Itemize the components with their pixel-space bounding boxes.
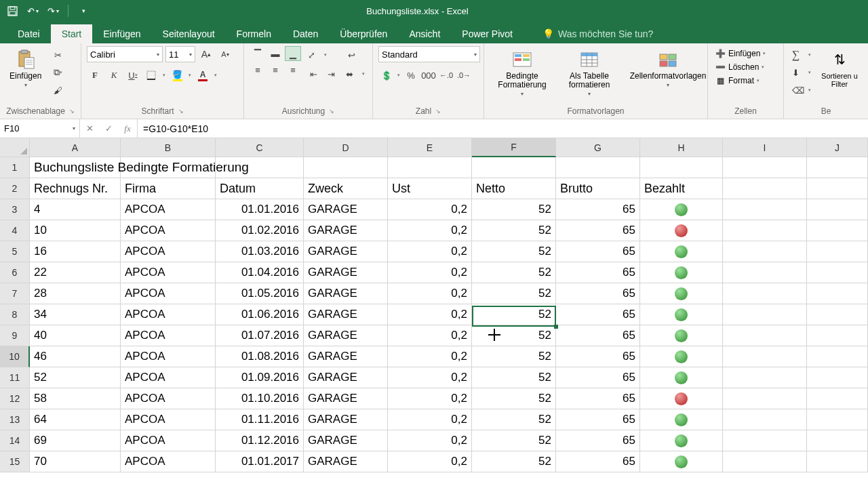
cell[interactable]: [807, 409, 868, 430]
column-header[interactable]: A: [30, 138, 121, 157]
percent-format-icon[interactable]: %: [403, 68, 419, 83]
fill-icon[interactable]: ⬇▾: [789, 65, 812, 80]
cell[interactable]: 65: [556, 262, 640, 283]
cell[interactable]: [556, 157, 640, 178]
cell[interactable]: [723, 157, 807, 178]
cell[interactable]: [807, 325, 868, 346]
cell[interactable]: 0,2: [388, 325, 472, 346]
cell[interactable]: APCOA: [121, 220, 216, 241]
cancel-formula-icon[interactable]: ✕: [80, 123, 99, 134]
cut-icon[interactable]: ✂: [50, 47, 66, 62]
cell[interactable]: [640, 367, 723, 388]
cell[interactable]: Netto: [472, 178, 556, 199]
cell[interactable]: [640, 262, 723, 283]
clear-icon[interactable]: ⌫▾: [789, 83, 812, 98]
cell[interactable]: GARAGE: [304, 325, 388, 346]
tab-view[interactable]: Ansicht: [398, 24, 451, 43]
cell[interactable]: GARAGE: [304, 346, 388, 367]
cell[interactable]: [723, 451, 807, 472]
cell[interactable]: 52: [472, 325, 556, 346]
cell[interactable]: Datum: [216, 178, 304, 199]
cell[interactable]: 52: [472, 241, 556, 262]
cell[interactable]: APCOA: [121, 367, 216, 388]
cell[interactable]: 52: [472, 409, 556, 430]
cell[interactable]: [723, 262, 807, 283]
copy-icon[interactable]: ⧉▾: [50, 65, 66, 80]
align-bottom-icon[interactable]: ▁: [285, 46, 301, 61]
row-header[interactable]: 12: [0, 388, 30, 409]
dialog-launcher-icon[interactable]: ↘: [329, 108, 334, 115]
row-header[interactable]: 14: [0, 430, 30, 451]
dialog-launcher-icon[interactable]: ↘: [69, 108, 75, 115]
row-header[interactable]: 8: [0, 304, 30, 325]
cell[interactable]: Buchungsliste Bedingte Formatierung: [30, 157, 121, 178]
cell[interactable]: 01.10.2016: [216, 388, 304, 409]
decrease-decimal-icon[interactable]: .0→: [456, 68, 472, 83]
cell[interactable]: [807, 262, 868, 283]
cell[interactable]: APCOA: [121, 346, 216, 367]
cell[interactable]: 65: [556, 346, 640, 367]
tell-me-search[interactable]: 💡 Was möchten Sie tun?: [536, 24, 660, 43]
increase-indent-icon[interactable]: ⇥: [323, 66, 339, 81]
cell[interactable]: APCOA: [121, 241, 216, 262]
row-header[interactable]: 13: [0, 409, 30, 430]
merge-center-icon[interactable]: ⬌▾: [343, 66, 366, 81]
cell[interactable]: Rechnugs Nr.: [30, 178, 121, 199]
cell[interactable]: [807, 199, 868, 220]
cell[interactable]: 0,2: [388, 241, 472, 262]
tab-page-layout[interactable]: Seitenlayout: [152, 24, 226, 43]
cell[interactable]: [723, 430, 807, 451]
row-header[interactable]: 7: [0, 283, 30, 304]
cell[interactable]: 65: [556, 430, 640, 451]
dialog-launcher-icon[interactable]: ↘: [435, 108, 441, 115]
font-family-select[interactable]: Calibri▾: [87, 46, 163, 62]
tab-file[interactable]: Datei: [7, 24, 51, 43]
formula-input[interactable]: =G10-G10*E10: [138, 119, 868, 138]
align-left-icon[interactable]: ≡: [250, 62, 266, 77]
cell[interactable]: Ust: [388, 178, 472, 199]
cell[interactable]: GARAGE: [304, 283, 388, 304]
column-header[interactable]: I: [723, 138, 807, 157]
row-header[interactable]: 15: [0, 451, 30, 472]
cell[interactable]: 64: [30, 409, 121, 430]
cell[interactable]: [723, 367, 807, 388]
row-header[interactable]: 10: [0, 346, 30, 367]
redo-icon[interactable]: ↷▾: [47, 5, 58, 16]
cell[interactable]: GARAGE: [304, 241, 388, 262]
cell[interactable]: 01.01.2016: [216, 199, 304, 220]
cell[interactable]: [723, 388, 807, 409]
cell[interactable]: GARAGE: [304, 451, 388, 472]
fx-icon[interactable]: fx: [118, 123, 137, 134]
tab-data[interactable]: Daten: [282, 24, 329, 43]
cell[interactable]: 0,2: [388, 367, 472, 388]
format-as-table-button[interactable]: Als Tabelle formatieren ▾: [559, 46, 620, 100]
cell[interactable]: [807, 346, 868, 367]
spreadsheet-grid[interactable]: ABCDEFGHIJ 1Buchungsliste Bedingte Forma…: [0, 138, 868, 472]
save-icon[interactable]: [7, 5, 18, 16]
cell[interactable]: GARAGE: [304, 367, 388, 388]
cell[interactable]: 52: [472, 304, 556, 325]
orientation-icon[interactable]: ⤢▾: [305, 47, 328, 62]
enter-formula-icon[interactable]: ✓: [99, 123, 118, 134]
font-size-select[interactable]: 11▾: [165, 46, 195, 62]
row-header[interactable]: 5: [0, 241, 30, 262]
row-header[interactable]: 4: [0, 220, 30, 241]
cell[interactable]: 52: [472, 283, 556, 304]
cell[interactable]: 01.02.2016: [216, 220, 304, 241]
cell[interactable]: Bezahlt: [640, 178, 723, 199]
cell[interactable]: 65: [556, 367, 640, 388]
cell[interactable]: 52: [472, 199, 556, 220]
align-top-icon[interactable]: ▔: [250, 46, 266, 61]
cell[interactable]: 65: [556, 283, 640, 304]
cell[interactable]: 28: [30, 283, 121, 304]
cell[interactable]: [723, 325, 807, 346]
cell[interactable]: [723, 346, 807, 367]
autosum-icon[interactable]: ∑▾: [789, 47, 812, 62]
column-header[interactable]: G: [556, 138, 640, 157]
cell[interactable]: GARAGE: [304, 304, 388, 325]
cell[interactable]: 52: [472, 367, 556, 388]
format-cells-button[interactable]: ▦Format▾: [713, 75, 767, 87]
cell[interactable]: GARAGE: [304, 409, 388, 430]
align-middle-icon[interactable]: ▬: [267, 46, 283, 61]
column-header[interactable]: H: [640, 138, 723, 157]
